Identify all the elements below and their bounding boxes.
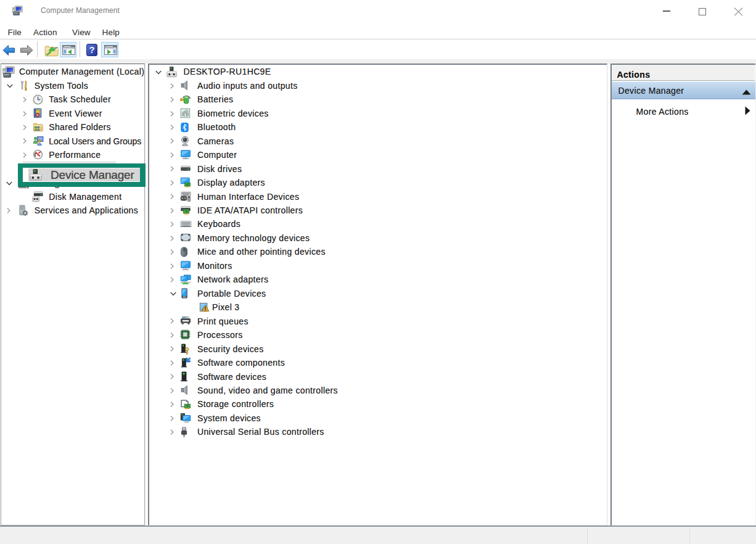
svg-text:?: ? [89,44,94,55]
